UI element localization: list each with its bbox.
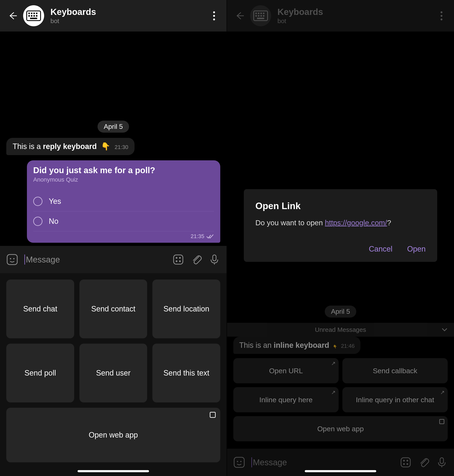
right-screenshot: Keyboards bot April 5 Unread Messages Th… — [227, 0, 454, 476]
chat-header: Keyboards bot — [0, 0, 227, 31]
svg-rect-4 — [36, 13, 38, 14]
svg-rect-2 — [31, 13, 32, 14]
message-input[interactable]: Message — [24, 255, 166, 264]
reply-kb-button[interactable]: Send chat — [6, 280, 74, 338]
voice-button[interactable] — [209, 254, 220, 265]
poll-option-label: No — [49, 217, 58, 226]
svg-rect-32 — [401, 458, 410, 467]
inline-kb-inline-other[interactable]: Inline query in other chat ↗ — [342, 387, 448, 412]
dialog-open-button[interactable]: Open — [407, 245, 426, 253]
paperclip-icon — [190, 254, 202, 265]
back-button[interactable] — [233, 9, 246, 22]
grid-icon — [172, 254, 184, 265]
more-button[interactable] — [208, 9, 220, 22]
svg-rect-3 — [33, 13, 35, 14]
voice-button[interactable] — [436, 456, 448, 468]
chevron-down-icon — [441, 326, 448, 333]
incoming-message[interactable]: This is a reply keyboard 👇 21:30 — [6, 138, 135, 155]
back-button[interactable] — [6, 9, 19, 22]
svg-rect-26 — [260, 15, 262, 17]
chat-title: Keyboards — [50, 7, 208, 17]
svg-point-11 — [10, 258, 11, 259]
keyboard-icon — [26, 10, 41, 21]
poll-subtitle: Anonymous Quiz — [33, 176, 214, 183]
svg-point-31 — [240, 461, 242, 462]
chat-header: Keyboards bot — [227, 0, 454, 31]
poll-question: Did you just ask me for a poll? — [33, 166, 214, 175]
svg-rect-5 — [28, 15, 30, 17]
bot-commands-button[interactable] — [172, 254, 184, 265]
svg-rect-24 — [255, 15, 257, 17]
svg-rect-29 — [234, 457, 244, 467]
svg-rect-1 — [28, 13, 30, 14]
bot-avatar[interactable] — [23, 5, 44, 26]
inline-keyboard: Open URL ↗ Send callback Inline query he… — [233, 358, 448, 441]
svg-rect-23 — [263, 13, 265, 14]
point-down-emoji: 👇 — [101, 142, 110, 151]
svg-rect-10 — [7, 255, 17, 264]
poll-options: Yes No — [33, 191, 214, 231]
reply-kb-button[interactable]: Send contact — [79, 280, 147, 338]
inline-kb-inline-here[interactable]: Inline query here ↗ — [233, 387, 339, 412]
bot-commands-button[interactable] — [400, 456, 412, 468]
home-indicator[interactable] — [305, 470, 376, 472]
keyboard-icon — [253, 10, 268, 21]
more-button[interactable] — [435, 9, 448, 22]
text-cursor — [24, 255, 25, 264]
home-indicator[interactable] — [77, 470, 149, 472]
svg-rect-25 — [258, 15, 259, 17]
sticker-button[interactable] — [233, 456, 245, 468]
svg-rect-21 — [258, 13, 259, 14]
svg-rect-18 — [213, 255, 216, 261]
poll-option-label: Yes — [49, 197, 61, 206]
svg-rect-6 — [31, 15, 32, 17]
reply-kb-button[interactable]: Send user — [79, 344, 147, 402]
reply-kb-button[interactable]: Send location — [152, 280, 220, 338]
svg-rect-7 — [33, 15, 35, 17]
input-placeholder: Message — [253, 458, 287, 467]
svg-rect-8 — [36, 15, 38, 17]
attach-button[interactable] — [190, 254, 202, 265]
dialog-title: Open Link — [255, 201, 426, 211]
chat-area: April 5 This is a reply keyboard 👇 21:30… — [0, 31, 227, 246]
svg-point-17 — [179, 260, 181, 262]
arrow-left-icon — [8, 11, 18, 21]
message-input[interactable]: Message — [251, 457, 393, 467]
date-separator: April 5 — [98, 121, 129, 133]
inline-kb-callback[interactable]: Send callback — [342, 358, 448, 383]
reply-kb-webapp-button[interactable]: Open web app — [6, 408, 220, 462]
poll-option[interactable]: Yes — [33, 191, 214, 212]
dialog-url-link[interactable]: https://google.com/ — [325, 219, 387, 227]
chat-title-block[interactable]: Keyboards bot — [50, 7, 208, 25]
arrow-left-icon — [235, 11, 245, 21]
inline-kb-webapp[interactable]: Open web app — [233, 416, 448, 441]
svg-rect-28 — [257, 18, 264, 19]
grid-icon — [400, 456, 412, 468]
sticker-icon — [233, 456, 245, 468]
sticker-button[interactable] — [6, 254, 18, 265]
svg-point-36 — [407, 463, 408, 465]
reply-kb-button[interactable]: Send this text — [152, 344, 220, 402]
reply-kb-button[interactable]: Send poll — [6, 344, 74, 402]
microphone-icon — [209, 254, 220, 265]
chat-title-block[interactable]: Keyboards bot — [277, 7, 435, 25]
radio-icon — [33, 197, 42, 206]
sticker-icon — [6, 254, 18, 265]
svg-point-12 — [13, 258, 15, 259]
text-cursor — [251, 457, 252, 467]
share-icon: ↗ — [331, 389, 336, 396]
double-check-icon — [206, 234, 214, 239]
paperclip-icon — [418, 456, 430, 468]
bot-avatar[interactable] — [250, 5, 271, 26]
dialog-actions: Cancel Open — [255, 245, 426, 253]
outgoing-poll-message[interactable]: Did you just ask me for a poll? Anonymou… — [27, 160, 220, 243]
chat-subtitle: bot — [277, 17, 435, 25]
incoming-message[interactable]: This is an inline keyboard 👇 21:46 — [233, 337, 361, 354]
svg-point-33 — [403, 460, 405, 461]
attach-button[interactable] — [418, 456, 430, 468]
dialog-cancel-button[interactable]: Cancel — [369, 245, 393, 253]
poll-option[interactable]: No — [33, 212, 214, 231]
point-down-emoji: 👇 — [333, 345, 337, 349]
inline-kb-open-url[interactable]: Open URL ↗ — [233, 358, 339, 383]
svg-point-16 — [176, 260, 177, 262]
